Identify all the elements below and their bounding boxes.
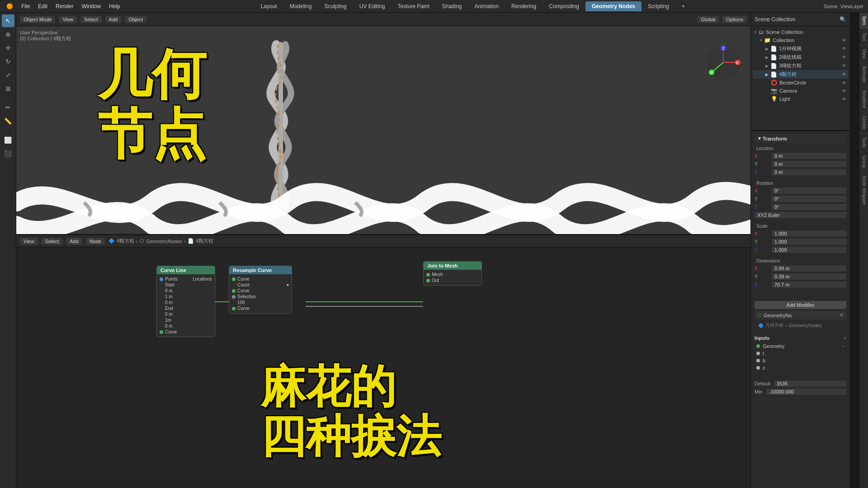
min-label-row: Min -10000.000 [755, 388, 846, 396]
rtab-view[interactable]: View [859, 45, 868, 63]
3d-viewport[interactable]: User Perspective (0) Collection | 4颗方程 X… [16, 26, 750, 234]
inputs-add-btn[interactable]: + [844, 335, 846, 341]
top-menu-bar: 🟠 File Edit Render Window Help Layout Mo… [0, 0, 868, 13]
scale-tool[interactable]: ⤢ [2, 69, 14, 81]
viewport-add[interactable]: Add [105, 16, 122, 23]
node-node-btn[interactable]: Node [86, 238, 105, 245]
node-curve-line[interactable]: Curve Line Points Locations Start 0 m 1 … [156, 266, 215, 337]
scene-collection-title: Scene Collection [755, 16, 795, 23]
loc-x-value[interactable]: 0 m [772, 153, 846, 159]
viewport-header: Object Mode View Select Add Object Globa… [16, 13, 750, 26]
menu-help[interactable]: Help [105, 2, 124, 11]
menu-edit[interactable]: Edit [34, 2, 51, 11]
rot-x-value[interactable]: 0° [772, 188, 846, 194]
viewport-select[interactable]: Select [80, 16, 102, 23]
node-select-btn[interactable]: Select [42, 238, 63, 245]
move-tool[interactable]: ✛ [2, 42, 14, 54]
rot-y-row: Y 0° [755, 195, 846, 203]
input-geo-minus[interactable]: − [842, 343, 844, 349]
viewport-mode-select[interactable]: Object Mode [20, 16, 55, 23]
scene-settings-right: Scene ViewLayer [819, 4, 868, 9]
add-modifier-button[interactable]: Add Modifier [755, 301, 846, 309]
viewport-gizmo: X Y Z [705, 44, 741, 80]
node-resample-curve[interactable]: Resample Curve Curve Count ▾ Curve [229, 266, 292, 314]
tab-sculpting[interactable]: Sculpting [318, 1, 353, 11]
default-value-field[interactable]: 3535 [774, 380, 846, 387]
menu-window[interactable]: Window [78, 2, 104, 11]
dim-z-row: Z 70.7 m [755, 281, 846, 289]
measure-tool[interactable]: 📏 [2, 115, 14, 127]
tab-animation[interactable]: Animation [468, 1, 505, 11]
transform-tool[interactable]: ⊞ [2, 82, 14, 95]
loc-y-value[interactable]: 0 m [772, 161, 846, 167]
options-btn[interactable]: Options [722, 16, 747, 23]
loc-z-value[interactable]: 0 m [772, 169, 846, 175]
collection-scene-root[interactable]: ▾ 🗂 Scene Collection [753, 28, 848, 36]
node-join-to-mesh[interactable]: Join to Mesh Mesh Out [423, 261, 482, 286]
tab-texture-paint[interactable]: Texture Paint [391, 1, 435, 11]
dim-x-value[interactable]: 0.99 m [772, 265, 846, 272]
scale-y-value[interactable]: 1.000 [772, 239, 846, 245]
tab-compositing[interactable]: Compositing [542, 1, 585, 11]
collection-root[interactable]: ▾ 📁 Collection 👁 [753, 36, 848, 44]
scale-x-value[interactable]: 1.000 [772, 230, 846, 237]
tab-layout[interactable]: Layout [255, 1, 283, 11]
tab-uv-editing[interactable]: UV Editing [353, 1, 392, 11]
perspective-label: User Perspective (0) Collection | 4颗方程 [20, 30, 71, 42]
default-label-row: Default 3535 [755, 380, 846, 388]
collection-item-bezier[interactable]: ⭕ BezierCircle 👁 [753, 79, 848, 87]
filter-icon[interactable]: 🔍 [840, 16, 846, 23]
select-tool[interactable]: ↖ [2, 14, 14, 27]
menu-render[interactable]: Render [52, 2, 77, 11]
rtab-tools2[interactable]: Tools [859, 133, 868, 151]
collection-item-1[interactable]: ▶ 📄 2绳纹线稿 👁 [753, 53, 848, 61]
node-add-btn[interactable]: Add [66, 238, 82, 245]
dim-y-value[interactable]: 0.39 m [772, 273, 846, 280]
rot-y-value[interactable]: 0° [772, 196, 846, 202]
min-value-field[interactable]: -10000.000 [766, 389, 846, 395]
tab-scripting[interactable]: Scripting [642, 1, 675, 11]
collection-item-2[interactable]: ▶ 📄 3绳纹方程 👁 [753, 61, 848, 70]
tab-shading[interactable]: Shading [436, 1, 468, 11]
location-group: Location X 0 m Y 0 m Z 0 m [755, 143, 846, 178]
extrude-tool[interactable]: ⬛ [2, 147, 14, 160]
rtab-animate[interactable]: Animate [859, 62, 868, 87]
viewport-area: Object Mode View Select Add Object Globa… [16, 13, 750, 488]
rtab-create[interactable]: Create [859, 112, 868, 133]
collection-item-light[interactable]: 💡 Light 👁 [753, 95, 848, 103]
rtab-node-wrapper[interactable]: Node Wrapper [859, 172, 868, 209]
right-panel: Scene Collection 🔍 ▾ 🗂 Scene Collection … [750, 13, 850, 130]
viewport-view[interactable]: View [59, 16, 77, 23]
collection-item-0[interactable]: ▶ 📄 1分钟视频 👁 [753, 44, 848, 53]
collection-item-3[interactable]: ▶ 📄 4颗方程 👁 [753, 70, 848, 79]
node-view-btn[interactable]: View [20, 238, 38, 245]
scale-z-row: Z 1.000 [755, 246, 846, 254]
rtab-tool[interactable]: Tool [859, 29, 868, 45]
svg-text:Y: Y [710, 70, 713, 75]
modifier-path: 🔷 几何方程 › GeometryNodes [755, 320, 846, 330]
node-canvas[interactable]: Curve Line Points Locations Start 0 m 1 … [16, 248, 750, 488]
scale-z-value[interactable]: 1.000 [772, 247, 846, 253]
cursor-tool[interactable]: ⊕ [2, 28, 14, 41]
add-cube-tool[interactable]: ⬜ [2, 134, 14, 146]
tab-rendering[interactable]: Rendering [505, 1, 542, 11]
dim-z-value[interactable]: 70.7 m [772, 282, 846, 288]
collection-item-camera[interactable]: 📷 Camera 👁 [753, 87, 848, 95]
rotation-mode-select[interactable]: XYZ Euler [755, 212, 846, 218]
rtab-item[interactable]: Item [859, 13, 868, 29]
rtab-realtime[interactable]: Realtime [859, 87, 868, 112]
rot-z-value[interactable]: 0° [772, 204, 846, 210]
tab-geometry-nodes[interactable]: Geometry Nodes [585, 1, 642, 11]
annotate-tool[interactable]: ✏ [2, 101, 14, 114]
blender-logo[interactable]: 🟠 [3, 2, 17, 11]
tab-add[interactable]: + [675, 1, 691, 11]
modifier-geometry-nodes[interactable]: ⬡ GeometryNo ✕ [755, 311, 846, 319]
viewport-object[interactable]: Object [125, 16, 146, 23]
loc-z-row: Z 0 m [755, 168, 846, 176]
tab-modeling[interactable]: Modeling [283, 1, 318, 11]
global-transform[interactable]: Global [697, 16, 719, 23]
rotate-tool[interactable]: ↻ [2, 55, 14, 68]
left-toolbar: ↖ ⊕ ✛ ↻ ⤢ ⊞ ✏ 📏 ⬜ ⬛ [0, 13, 16, 488]
menu-file[interactable]: File [18, 2, 33, 11]
rtab-group[interactable]: Group [859, 152, 868, 172]
